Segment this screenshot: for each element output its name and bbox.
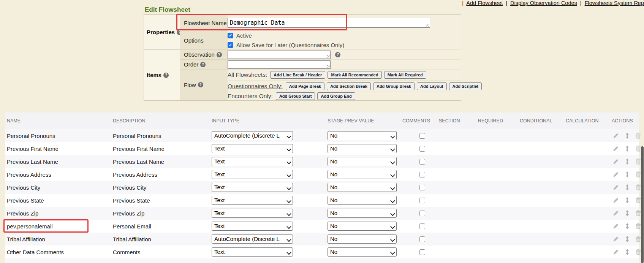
input-type-select[interactable]: Text (212, 222, 293, 231)
active-checkbox[interactable]: ✓ (228, 33, 233, 38)
comments-checkbox[interactable] (419, 146, 425, 152)
move-vertical-icon[interactable] (625, 158, 629, 165)
move-vertical-icon[interactable] (625, 249, 629, 255)
comments-checkbox[interactable] (419, 133, 425, 139)
comments-checkbox[interactable] (419, 223, 425, 229)
move-vertical-icon[interactable] (625, 197, 629, 203)
comments-checkbox[interactable] (419, 211, 425, 216)
stage-prev-value-select[interactable]: No (328, 157, 397, 166)
resize-handle-icon[interactable] (327, 65, 330, 68)
pencil-icon[interactable] (613, 223, 619, 229)
add-group-end-button[interactable]: Add Group End (317, 92, 355, 100)
stage-prev-value-select[interactable]: No (328, 183, 397, 192)
stage-prev-value-select[interactable]: No (328, 247, 397, 257)
flowsheet-name-input[interactable]: Demographic Data (228, 18, 430, 28)
stage-prev-value-select[interactable]: No (328, 196, 397, 205)
move-vertical-icon[interactable] (625, 171, 629, 177)
input-type-select[interactable]: Text (212, 170, 293, 179)
add-layout-button[interactable]: Add Layout (417, 82, 447, 90)
add-page-break-button[interactable]: Add Page Break (286, 82, 324, 90)
stage-prev-value-select[interactable]: No (328, 131, 397, 140)
add-line-break-header-button[interactable]: Add Line Break / Header (270, 71, 325, 79)
observation-input[interactable] (228, 51, 331, 59)
resize-handle-icon[interactable] (327, 55, 330, 58)
pencil-icon[interactable] (613, 171, 619, 177)
item-description: Personal Email (113, 220, 151, 233)
comments-checkbox[interactable] (419, 236, 425, 242)
help-icon[interactable]: ? (200, 62, 206, 67)
trash-icon[interactable] (636, 158, 641, 165)
stage-prev-value-select[interactable]: No (328, 209, 397, 218)
vertical-scrollbar[interactable] (641, 146, 644, 263)
input-type-select[interactable]: Text (212, 183, 293, 192)
stage-prev-value-select[interactable]: No (328, 222, 397, 231)
input-type-select[interactable]: Text (212, 196, 293, 205)
trash-icon[interactable] (636, 133, 641, 139)
move-vertical-icon[interactable] (625, 184, 629, 190)
item-description: Previous First Name (113, 142, 165, 155)
trash-icon[interactable] (636, 146, 641, 152)
table-row: Other Data Comments Comments Text No (5, 246, 639, 258)
pencil-icon[interactable] (613, 184, 619, 190)
add-group-start-button[interactable]: Add Group Start (276, 92, 315, 100)
pencil-icon[interactable] (613, 158, 619, 165)
pencil-icon[interactable] (613, 146, 619, 152)
trash-icon[interactable] (636, 236, 641, 242)
add-section-break-button[interactable]: Add Section Break (327, 82, 371, 90)
order-input[interactable] (228, 60, 331, 69)
add-scriptlet-button[interactable]: Add Scriptlet (449, 82, 482, 90)
add-flowsheet-link[interactable]: Add Flowsheet (466, 0, 503, 6)
trash-icon[interactable] (636, 249, 641, 255)
table-row: Previous Address Previous Address Text N… (5, 168, 639, 181)
chevron-down-icon (391, 135, 394, 138)
display-observation-codes-link[interactable]: Display Observation Codes (510, 0, 577, 6)
move-vertical-icon[interactable] (625, 133, 629, 139)
input-type-select[interactable]: AutoComplete (Discrete L (212, 234, 293, 244)
table-row: Personal Pronouns Personal Pronouns Auto… (5, 129, 639, 142)
move-vertical-icon[interactable] (625, 236, 629, 242)
comments-checkbox[interactable] (419, 172, 425, 177)
chevron-down-icon (287, 174, 291, 177)
mark-all-recommended-button[interactable]: Mark All Recommended (328, 71, 381, 79)
stage-prev-value-select[interactable]: No (328, 234, 397, 244)
help-icon[interactable]: ? (335, 52, 340, 57)
resize-handle-icon[interactable] (426, 24, 429, 27)
chevron-down-icon (287, 225, 291, 229)
pencil-icon[interactable] (613, 249, 619, 255)
move-vertical-icon[interactable] (625, 210, 629, 216)
table-row: Previous City Previous City Text No (5, 181, 639, 194)
item-name: Previous First Name (7, 142, 59, 155)
column-header-name: NAME (7, 112, 21, 129)
trash-icon[interactable] (636, 171, 641, 177)
pencil-icon[interactable] (613, 210, 619, 216)
comments-checkbox[interactable] (419, 159, 425, 165)
move-vertical-icon[interactable] (625, 146, 629, 152)
link-separator: | (460, 0, 465, 6)
help-icon[interactable]: ? (163, 73, 169, 78)
trash-icon[interactable] (636, 184, 641, 190)
allow-save-checkbox[interactable]: ✓ (228, 42, 233, 48)
help-icon[interactable]: ? (198, 82, 203, 87)
flowsheets-system-reports-link[interactable]: Flowsheets System Rep (585, 0, 644, 6)
input-type-select[interactable]: Text (212, 157, 293, 166)
comments-checkbox[interactable] (419, 198, 425, 203)
comments-checkbox[interactable] (419, 185, 425, 190)
trash-icon[interactable] (636, 210, 641, 216)
stage-prev-value-select[interactable]: No (328, 144, 397, 153)
input-type-select[interactable]: Text (212, 247, 293, 257)
input-type-select[interactable]: AutoComplete (Discrete L (212, 131, 293, 140)
pencil-icon[interactable] (613, 133, 619, 139)
pencil-icon[interactable] (613, 197, 619, 203)
comments-checkbox[interactable] (419, 249, 425, 255)
input-type-select[interactable]: Text (212, 144, 293, 153)
pencil-icon[interactable] (613, 236, 619, 242)
trash-icon[interactable] (636, 223, 641, 229)
questionnaires-only-label: Questionnaires Only: (228, 83, 283, 90)
input-type-select[interactable]: Text (212, 209, 293, 218)
move-vertical-icon[interactable] (625, 223, 629, 229)
stage-prev-value-select[interactable]: No (328, 170, 397, 179)
mark-all-required-button[interactable]: Mark All Required (384, 71, 426, 79)
help-icon[interactable]: ? (217, 52, 222, 57)
add-group-break-button[interactable]: Add Group Break (373, 82, 415, 90)
trash-icon[interactable] (636, 197, 641, 203)
